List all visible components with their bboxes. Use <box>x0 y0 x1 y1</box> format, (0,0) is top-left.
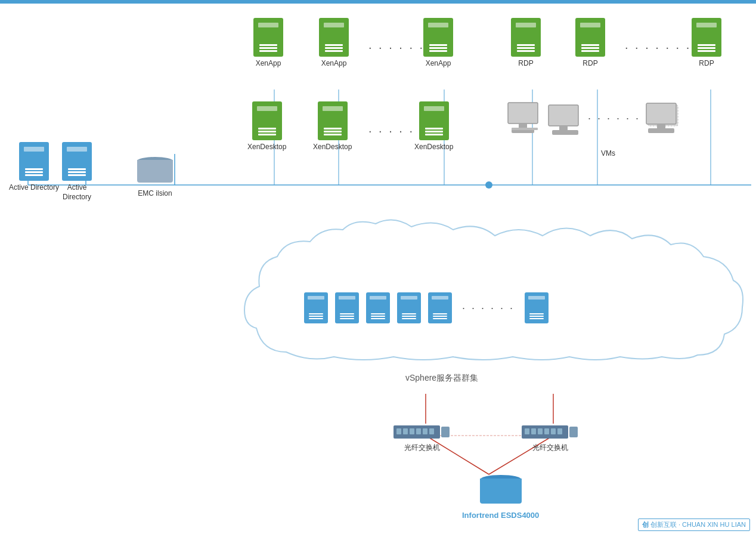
rdp1-icon <box>511 18 541 57</box>
vsphere-servers: · · · · · · <box>304 292 549 323</box>
infortrend-group: Infortrend ESDS4000 <box>462 471 539 520</box>
svg-rect-41 <box>557 428 562 434</box>
xendesktop3-icon <box>419 101 449 140</box>
svg-rect-21 <box>559 126 568 131</box>
svg-rect-30 <box>410 428 414 434</box>
svg-rect-42 <box>569 427 578 437</box>
rdp-3: RDP <box>692 18 721 69</box>
xenapp1-label: XenApp <box>256 59 281 69</box>
midpoint-dot <box>485 181 492 189</box>
svg-rect-34 <box>441 427 450 437</box>
vsphere-server2 <box>335 292 359 323</box>
ad2-label: ActiveDirectory <box>63 183 91 202</box>
xenapp2-icon <box>319 18 349 57</box>
infortrend-label: Infortrend ESDS4000 <box>462 511 539 520</box>
emc-ilsion: EMC ilsion <box>134 154 176 199</box>
rdp2-label: RDP <box>583 59 597 69</box>
rdp1-label: RDP <box>518 59 533 69</box>
switch2-icon <box>522 424 578 440</box>
ad2-icon <box>62 142 92 181</box>
emc-label: EMC ilsion <box>138 189 172 199</box>
svg-rect-36 <box>525 428 529 434</box>
xendesktop-3: XenDesktop <box>414 101 453 152</box>
vm3-icon <box>645 102 684 137</box>
switch-1-group: 光纤交换机 <box>394 424 450 453</box>
rdp3-icon <box>692 18 721 57</box>
xendesktop2-icon <box>318 101 348 140</box>
xendesktop1-icon <box>252 101 282 140</box>
infortrend-icon <box>477 471 525 507</box>
xenapp1-icon <box>253 18 283 57</box>
svg-rect-38 <box>538 428 543 434</box>
vm-dots: · · · · · · <box>588 112 640 137</box>
switch2-label: 光纤交换机 <box>532 443 568 453</box>
svg-rect-22 <box>552 130 578 135</box>
svg-rect-26 <box>648 128 674 133</box>
rdp2-icon <box>575 18 605 57</box>
vsphere-server5 <box>428 292 452 323</box>
xenapp-3: XenApp <box>423 18 453 69</box>
watermark: 创 创新互联 · CHUAN XIN HU LIAN <box>638 519 750 531</box>
svg-rect-32 <box>423 428 427 434</box>
top-bar <box>0 0 756 4</box>
rdp-dots: · · · · · · · · <box>625 41 701 54</box>
rdp3-label: RDP <box>699 59 714 69</box>
rdp-1: RDP <box>511 18 541 69</box>
active-directory-1: Active Directory <box>9 142 59 193</box>
svg-rect-37 <box>531 428 536 434</box>
vsphere-server3 <box>366 292 390 323</box>
vsphere-dots: · · · · · · <box>459 292 518 323</box>
xendesktop-1: XenDesktop <box>247 101 286 152</box>
switch1-label: 光纤交换机 <box>404 443 440 453</box>
vms-group: · · · · · · <box>507 101 684 137</box>
vms-label: VMs <box>590 149 626 158</box>
vm2-icon <box>547 104 583 137</box>
xendesktop1-label: XenDesktop <box>247 143 286 152</box>
switch-2-group: 光纤交换机 <box>522 424 578 453</box>
xenapp-1: XenApp <box>253 18 283 69</box>
vsphere-server1 <box>304 292 328 323</box>
svg-rect-24 <box>646 103 676 124</box>
svg-rect-33 <box>429 428 434 434</box>
xendesktop3-label: XenDesktop <box>414 143 453 152</box>
xendesktop2-label: XenDesktop <box>313 143 352 152</box>
xenapp3-label: XenApp <box>426 59 451 69</box>
rdp-2: RDP <box>575 18 605 69</box>
xenapp2-label: XenApp <box>321 59 347 69</box>
xenapp3-icon <box>423 18 453 57</box>
vsphere-server4 <box>397 292 421 323</box>
svg-rect-39 <box>544 428 549 434</box>
xenapp-2: XenApp <box>319 18 349 69</box>
svg-rect-31 <box>416 428 421 434</box>
active-directory-2: ActiveDirectory <box>62 142 92 202</box>
emc-icon <box>134 154 176 187</box>
switch1-icon <box>394 424 450 440</box>
vm1-icon <box>507 101 543 134</box>
svg-rect-25 <box>657 124 665 129</box>
vsphere-server6 <box>525 292 549 323</box>
svg-rect-19 <box>512 128 538 130</box>
svg-rect-29 <box>403 428 408 434</box>
ad1-label: Active Directory <box>9 183 59 193</box>
svg-rect-28 <box>396 428 401 434</box>
vsphere-label: vSphere服务器群集 <box>405 373 478 384</box>
xendesktop-2: XenDesktop <box>313 101 352 152</box>
ad1-icon <box>19 142 49 181</box>
svg-rect-40 <box>551 428 556 434</box>
svg-rect-16 <box>508 103 538 124</box>
svg-rect-17 <box>519 124 527 128</box>
svg-rect-20 <box>549 105 578 126</box>
